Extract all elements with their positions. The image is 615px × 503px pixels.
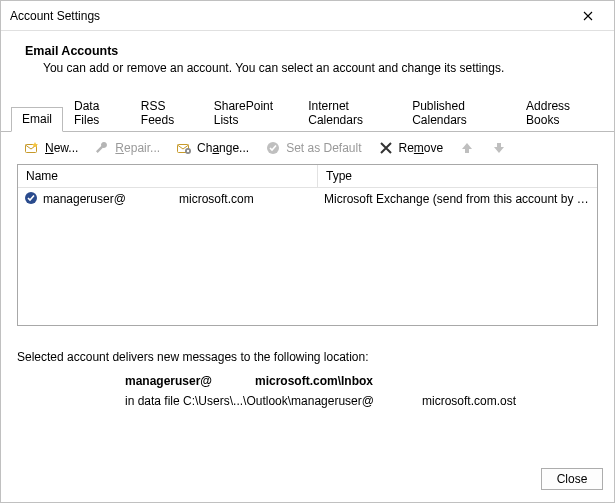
arrow-down-icon	[491, 140, 507, 156]
envelope-gear-icon	[176, 140, 192, 156]
tab-email[interactable]: Email	[11, 107, 63, 132]
delivery-path-part1: in data file C:\Users\...\Outlook\manage…	[125, 394, 422, 408]
default-account-icon	[24, 191, 40, 207]
set-default-button: Set as Default	[259, 138, 367, 158]
tab-sharepoint-lists[interactable]: SharePoint Lists	[203, 94, 298, 132]
arrow-up-icon	[459, 140, 475, 156]
close-button[interactable]: Close	[541, 468, 603, 490]
delivery-path-part2: microsoft.com.ost	[422, 394, 516, 408]
window-title: Account Settings	[10, 9, 568, 23]
wrench-icon	[94, 140, 110, 156]
change-button[interactable]: Change...	[170, 138, 255, 158]
list-header: Name Type	[18, 165, 597, 188]
new-button[interactable]: New...	[18, 138, 84, 158]
tab-internet-calendars[interactable]: Internet Calendars	[297, 94, 401, 132]
tab-rss-feeds[interactable]: RSS Feeds	[130, 94, 203, 132]
column-type[interactable]: Type	[318, 165, 597, 187]
row-name-part2: microsoft.com	[179, 192, 324, 206]
column-name[interactable]: Name	[18, 165, 318, 187]
envelope-new-icon	[24, 140, 40, 156]
toolbar: New... Repair... Change... Set as Defaul…	[1, 132, 614, 164]
remove-label: Remove	[399, 141, 444, 155]
row-name-cell: manageruser@ microsoft.com	[24, 191, 324, 207]
check-circle-icon	[265, 140, 281, 156]
remove-button[interactable]: Remove	[372, 138, 450, 158]
close-icon	[580, 8, 596, 24]
repair-button: Repair...	[88, 138, 166, 158]
titlebar: Account Settings	[1, 1, 614, 31]
window-close-button[interactable]	[568, 2, 608, 30]
repair-label: Repair...	[115, 141, 160, 155]
svg-point-4	[187, 150, 189, 152]
intro-heading: Email Accounts	[25, 44, 598, 58]
set-default-label: Set as Default	[286, 141, 361, 155]
move-up-button	[453, 138, 481, 158]
change-label: Change...	[197, 141, 249, 155]
delivery-loc-part1: manageruser@	[125, 374, 255, 388]
row-name-part1: manageruser@	[43, 192, 179, 206]
tab-data-files[interactable]: Data Files	[63, 94, 130, 132]
new-label: New...	[45, 141, 78, 155]
intro-section: Email Accounts You can add or remove an …	[1, 31, 614, 81]
delivery-path: in data file C:\Users\...\Outlook\manage…	[125, 394, 598, 408]
table-row[interactable]: manageruser@ microsoft.com Microsoft Exc…	[18, 188, 597, 210]
tab-strip: Email Data Files RSS Feeds SharePoint Li…	[1, 81, 614, 132]
tab-address-books[interactable]: Address Books	[515, 94, 604, 132]
dialog-footer: Close	[1, 462, 614, 502]
x-icon	[378, 140, 394, 156]
delivery-loc-part2: microsoft.com\Inbox	[255, 374, 373, 388]
delivery-intro: Selected account delivers new messages t…	[17, 350, 598, 364]
delivery-location: manageruser@ microsoft.com\Inbox	[125, 374, 598, 388]
tab-published-calendars[interactable]: Published Calendars	[401, 94, 515, 132]
intro-description: You can add or remove an account. You ca…	[43, 61, 598, 75]
accounts-list: Name Type manageruser@ microsoft.com Mic…	[17, 164, 598, 326]
row-type-cell: Microsoft Exchange (send from this accou…	[324, 192, 591, 206]
delivery-section: Selected account delivers new messages t…	[17, 350, 598, 408]
move-down-button	[485, 138, 513, 158]
